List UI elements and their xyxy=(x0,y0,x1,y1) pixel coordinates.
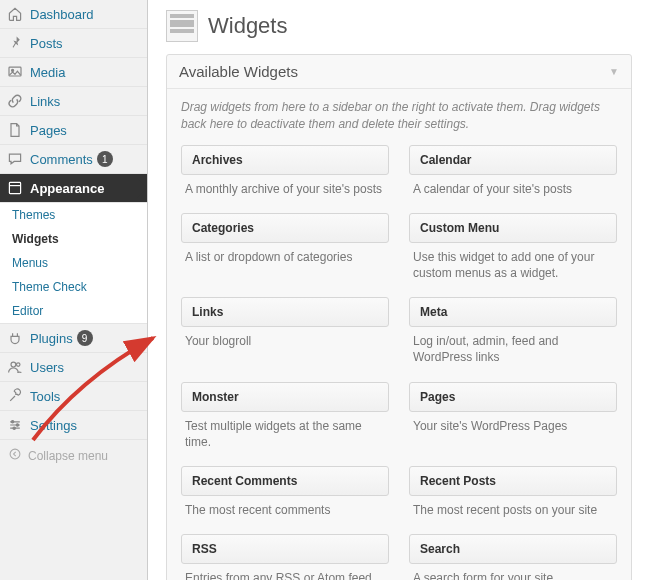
widget-description: Use this widget to add one of your custo… xyxy=(409,243,617,291)
widget-title[interactable]: Recent Comments xyxy=(181,466,389,496)
collapse-label: Collapse menu xyxy=(28,449,108,463)
menu-label: Pages xyxy=(30,123,67,138)
widget-item: RSSEntries from any RSS or Atom feed xyxy=(181,534,389,580)
collapse-menu[interactable]: Collapse menu xyxy=(0,440,147,471)
settings-icon xyxy=(6,417,24,433)
widget-description: Your site's WordPress Pages xyxy=(409,412,617,444)
svg-point-5 xyxy=(11,421,13,423)
appearance-submenu: Themes Widgets Menus Theme Check Editor xyxy=(0,203,147,324)
panel-header[interactable]: Available Widgets ▼ xyxy=(167,55,631,89)
widgets-page-icon xyxy=(166,10,198,42)
menu-label: Dashboard xyxy=(30,7,94,22)
sidebar-item-posts[interactable]: Posts xyxy=(0,29,147,58)
panel-toggle-icon[interactable]: ▼ xyxy=(609,66,619,77)
widget-description: A monthly archive of your site's posts xyxy=(181,175,389,207)
admin-sidebar: Dashboard Posts Media Links Pages Commen… xyxy=(0,0,148,580)
available-widgets-panel: Available Widgets ▼ Drag widgets from he… xyxy=(166,54,632,580)
widget-description: The most recent posts on your site xyxy=(409,496,617,528)
plugins-badge: 9 xyxy=(77,330,93,346)
widget-title[interactable]: Categories xyxy=(181,213,389,243)
menu-label: Media xyxy=(30,65,65,80)
widget-title[interactable]: Recent Posts xyxy=(409,466,617,496)
widget-item: CalendarA calendar of your site's posts xyxy=(409,145,617,207)
sidebar-item-pages[interactable]: Pages xyxy=(0,116,147,145)
widget-item: Custom MenuUse this widget to add one of… xyxy=(409,213,617,291)
widget-title[interactable]: Archives xyxy=(181,145,389,175)
widget-item: PagesYour site's WordPress Pages xyxy=(409,382,617,460)
widget-title[interactable]: Custom Menu xyxy=(409,213,617,243)
tools-icon xyxy=(6,388,24,404)
widget-title[interactable]: Meta xyxy=(409,297,617,327)
menu-label: Tools xyxy=(30,389,60,404)
sidebar-item-appearance[interactable]: Appearance xyxy=(0,174,147,203)
widget-title[interactable]: Calendar xyxy=(409,145,617,175)
menu-label: Comments xyxy=(30,152,93,167)
menu-label: Settings xyxy=(30,418,77,433)
panel-title: Available Widgets xyxy=(179,63,298,80)
page-header: Widgets xyxy=(166,10,632,42)
submenu-item-widgets[interactable]: Widgets xyxy=(0,227,147,251)
page-title: Widgets xyxy=(208,13,287,39)
submenu-item-menus[interactable]: Menus xyxy=(0,251,147,275)
sidebar-item-plugins[interactable]: Plugins 9 xyxy=(0,324,147,353)
widget-item: MetaLog in/out, admin, feed and WordPres… xyxy=(409,297,617,375)
svg-point-1 xyxy=(12,69,14,71)
menu-label: Plugins xyxy=(30,331,73,346)
widget-description: Entries from any RSS or Atom feed xyxy=(181,564,389,580)
comment-icon xyxy=(6,151,24,167)
widget-item: SearchA search form for your site xyxy=(409,534,617,580)
appearance-icon xyxy=(6,180,24,196)
sidebar-item-comments[interactable]: Comments 1 xyxy=(0,145,147,174)
widget-item: Recent CommentsThe most recent comments xyxy=(181,466,389,528)
collapse-icon xyxy=(8,447,22,464)
widget-grid: ArchivesA monthly archive of your site's… xyxy=(167,145,631,580)
dashboard-icon xyxy=(6,6,24,22)
submenu-item-themes[interactable]: Themes xyxy=(0,203,147,227)
widget-item: ArchivesA monthly archive of your site's… xyxy=(181,145,389,207)
submenu-item-editor[interactable]: Editor xyxy=(0,299,147,323)
widget-item: MonsterTest multiple widgets at the same… xyxy=(181,382,389,460)
widget-item: LinksYour blogroll xyxy=(181,297,389,375)
link-icon xyxy=(6,93,24,109)
widget-title[interactable]: Pages xyxy=(409,382,617,412)
widget-item: CategoriesA list or dropdown of categori… xyxy=(181,213,389,291)
users-icon xyxy=(6,359,24,375)
sidebar-item-dashboard[interactable]: Dashboard xyxy=(0,0,147,29)
svg-point-6 xyxy=(16,424,18,426)
main-content: Widgets Available Widgets ▼ Drag widgets… xyxy=(148,0,650,580)
media-icon xyxy=(6,64,24,80)
panel-description: Drag widgets from here to a sidebar on t… xyxy=(167,89,631,145)
comments-badge: 1 xyxy=(97,151,113,167)
sidebar-item-settings[interactable]: Settings xyxy=(0,411,147,440)
menu-label: Links xyxy=(30,94,60,109)
widget-description: Log in/out, admin, feed and WordPress li… xyxy=(409,327,617,375)
submenu-item-theme-check[interactable]: Theme Check xyxy=(0,275,147,299)
menu-label: Posts xyxy=(30,36,63,51)
svg-point-4 xyxy=(16,363,20,367)
svg-rect-2 xyxy=(9,182,20,193)
widget-title[interactable]: RSS xyxy=(181,534,389,564)
widget-description: A calendar of your site's posts xyxy=(409,175,617,207)
widget-item: Recent PostsThe most recent posts on you… xyxy=(409,466,617,528)
sidebar-item-tools[interactable]: Tools xyxy=(0,382,147,411)
svg-point-3 xyxy=(11,362,16,367)
widget-description: A search form for your site xyxy=(409,564,617,580)
plugin-icon xyxy=(6,330,24,346)
widget-description: Your blogroll xyxy=(181,327,389,359)
widget-description: The most recent comments xyxy=(181,496,389,528)
svg-point-7 xyxy=(13,427,15,429)
widget-title[interactable]: Monster xyxy=(181,382,389,412)
menu-label: Users xyxy=(30,360,64,375)
sidebar-item-links[interactable]: Links xyxy=(0,87,147,116)
sidebar-item-users[interactable]: Users xyxy=(0,353,147,382)
page-icon xyxy=(6,122,24,138)
menu-label: Appearance xyxy=(30,181,104,196)
widget-title[interactable]: Links xyxy=(181,297,389,327)
svg-point-8 xyxy=(10,449,20,459)
sidebar-item-media[interactable]: Media xyxy=(0,58,147,87)
widget-description: A list or dropdown of categories xyxy=(181,243,389,275)
widget-title[interactable]: Search xyxy=(409,534,617,564)
pin-icon xyxy=(6,35,24,51)
widget-description: Test multiple widgets at the same time. xyxy=(181,412,389,460)
